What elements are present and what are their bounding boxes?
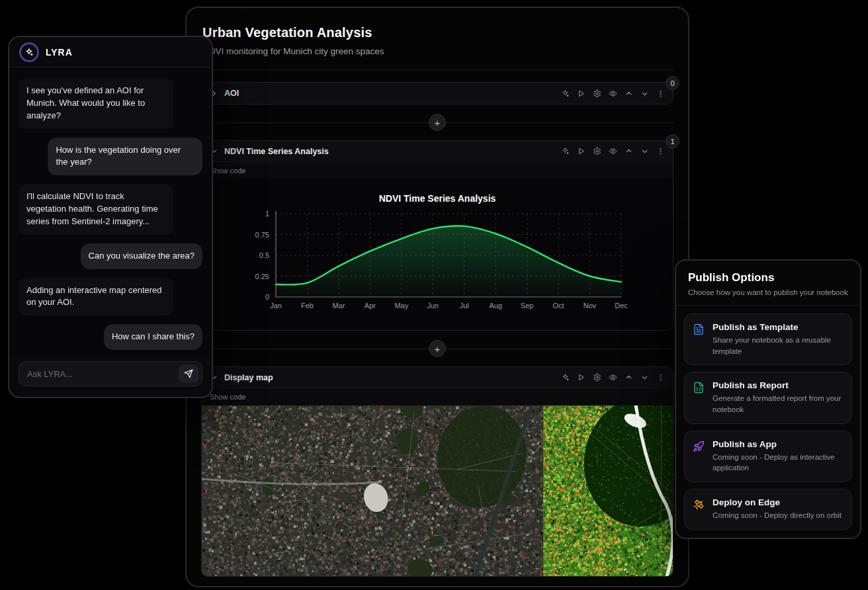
option-description: Coming soon - Deploy directly on orbit bbox=[713, 510, 842, 521]
chat-message-assistant: Adding an interactive map centered on yo… bbox=[19, 278, 173, 316]
deploy-on-edge-option[interactable]: Deploy on Edge Coming soon - Deploy dire… bbox=[684, 489, 852, 530]
svg-text:Sep: Sep bbox=[521, 302, 534, 310]
ndvi-chart-output: NDVI Time Series Analysis00.250.50.751Ja… bbox=[202, 179, 673, 330]
run-play-icon[interactable] bbox=[577, 147, 586, 155]
publish-header: Publish Options Choose how you want to p… bbox=[676, 261, 860, 306]
more-options-icon[interactable] bbox=[656, 89, 665, 98]
publish-title: Publish Options bbox=[688, 271, 848, 284]
option-label: Publish as Template bbox=[713, 322, 844, 332]
settings-gear-icon[interactable] bbox=[593, 147, 601, 155]
show-code-toggle[interactable]: Show code bbox=[202, 388, 673, 405]
option-description: Generate a formatted report from your no… bbox=[713, 393, 844, 415]
cell-title: NDVI Time Series Analysis bbox=[224, 147, 329, 156]
cell-aoi: 0 AOI bbox=[201, 82, 673, 105]
add-cell-divider: + bbox=[201, 112, 673, 132]
svg-text:NDVI Time Series Analysis: NDVI Time Series Analysis bbox=[379, 193, 496, 204]
cell-toolbar bbox=[561, 89, 665, 98]
settings-gear-icon[interactable] bbox=[593, 373, 601, 382]
map-output[interactable] bbox=[202, 405, 673, 576]
visibility-eye-icon[interactable] bbox=[609, 89, 617, 98]
cell-execution-badge: 0 bbox=[666, 76, 679, 90]
option-label: Publish as App bbox=[713, 439, 844, 449]
svg-text:Jun: Jun bbox=[427, 302, 439, 310]
add-cell-button[interactable]: + bbox=[429, 340, 446, 357]
chat-header: LYRA bbox=[9, 37, 212, 67]
sparkle-star-icon bbox=[24, 48, 34, 57]
cell-toolbar bbox=[561, 147, 665, 155]
page-subtitle: NDVI monitoring for Munich city green sp… bbox=[202, 46, 672, 56]
lyra-chat-panel: LYRA I see you've defined an AOI for Mun… bbox=[8, 36, 213, 398]
ndvi-line-chart: NDVI Time Series Analysis00.250.50.751Ja… bbox=[202, 179, 673, 330]
more-options-icon[interactable] bbox=[656, 373, 665, 382]
svg-text:Jul: Jul bbox=[460, 302, 469, 310]
cell-ndvi: 1 NDVI Time Series Analysis Show code bbox=[201, 140, 673, 331]
chat-message-assistant: I'll calculate NDVI to track vegetation … bbox=[19, 184, 173, 235]
svg-text:Apr: Apr bbox=[365, 302, 376, 310]
cell-aoi-header: AOI bbox=[202, 83, 673, 104]
move-up-icon[interactable] bbox=[625, 89, 633, 98]
svg-text:0.25: 0.25 bbox=[255, 273, 269, 280]
satellite-icon bbox=[693, 499, 705, 511]
visibility-eye-icon[interactable] bbox=[609, 373, 617, 382]
svg-text:Jan: Jan bbox=[270, 302, 282, 310]
svg-text:Feb: Feb bbox=[301, 302, 314, 310]
visibility-eye-icon[interactable] bbox=[609, 147, 617, 155]
move-down-icon[interactable] bbox=[640, 89, 649, 98]
notebook-window: Urban Vegetation Analysis NDVI monitorin… bbox=[185, 7, 689, 587]
cell-map-header: Display map bbox=[202, 367, 673, 388]
add-cell-divider: + bbox=[201, 339, 673, 358]
run-play-icon[interactable] bbox=[577, 89, 586, 98]
ndvi-layer-map[interactable] bbox=[543, 405, 673, 576]
cell-display-map: Display map Show code bbox=[201, 366, 673, 577]
chat-message-list: I see you've defined an AOI for Munich. … bbox=[9, 67, 212, 355]
assistant-name: LYRA bbox=[46, 47, 73, 58]
chat-input-row bbox=[9, 355, 212, 397]
cell-toolbar bbox=[561, 373, 665, 382]
publish-as-app-option[interactable]: Publish as App Coming soon - Deploy as i… bbox=[684, 431, 852, 482]
option-description: Coming soon - Deploy as interactive appl… bbox=[713, 452, 844, 474]
svg-text:0: 0 bbox=[265, 293, 269, 301]
svg-text:1: 1 bbox=[265, 210, 269, 218]
move-down-icon[interactable] bbox=[640, 147, 649, 155]
chat-input[interactable] bbox=[27, 369, 179, 379]
chat-message-user: How is the vegetation doing over the yea… bbox=[48, 138, 202, 176]
svg-text:Aug: Aug bbox=[489, 302, 502, 310]
lyra-logo bbox=[19, 42, 39, 62]
ai-sparkles-icon[interactable] bbox=[561, 373, 570, 382]
run-play-icon[interactable] bbox=[577, 373, 586, 382]
satellite-basemap[interactable] bbox=[202, 405, 543, 576]
svg-text:Dec: Dec bbox=[615, 302, 628, 310]
chat-message-user: How can I share this? bbox=[104, 324, 202, 350]
svg-text:Mar: Mar bbox=[332, 302, 345, 310]
more-options-icon[interactable] bbox=[656, 147, 665, 155]
add-cell-button[interactable]: + bbox=[429, 114, 446, 131]
svg-text:0.5: 0.5 bbox=[259, 251, 269, 259]
publish-options-panel: Publish Options Choose how you want to p… bbox=[675, 259, 861, 539]
app-background: Urban Vegetation Analysis NDVI monitorin… bbox=[0, 0, 868, 590]
svg-text:0.75: 0.75 bbox=[255, 231, 269, 239]
publish-as-template-option[interactable]: Publish as Template Share your notebook … bbox=[684, 314, 852, 365]
file-report-icon bbox=[693, 382, 705, 394]
svg-text:Oct: Oct bbox=[553, 302, 564, 310]
show-code-toggle[interactable]: Show code bbox=[202, 162, 673, 179]
publish-as-report-option[interactable]: Publish as Report Generate a formatted r… bbox=[684, 372, 852, 423]
cell-execution-badge: 1 bbox=[666, 134, 679, 148]
notebook-header: Urban Vegetation Analysis NDVI monitorin… bbox=[201, 8, 673, 70]
move-up-icon[interactable] bbox=[625, 147, 633, 155]
chat-message-user: Can you visualize the area? bbox=[81, 243, 202, 269]
option-label: Deploy on Edge bbox=[713, 497, 842, 507]
publish-subtitle: Choose how you want to publish your note… bbox=[688, 288, 848, 296]
svg-text:May: May bbox=[394, 302, 408, 310]
ai-sparkles-icon[interactable] bbox=[561, 89, 570, 98]
settings-gear-icon[interactable] bbox=[593, 89, 601, 98]
send-paper-plane-icon bbox=[184, 369, 193, 378]
svg-text:Nov: Nov bbox=[584, 302, 597, 310]
ai-sparkles-icon[interactable] bbox=[561, 147, 570, 155]
cell-title: Display map bbox=[224, 373, 273, 382]
file-text-icon bbox=[693, 323, 705, 335]
cell-ndvi-header: NDVI Time Series Analysis bbox=[202, 141, 673, 162]
move-up-icon[interactable] bbox=[625, 373, 633, 382]
send-button[interactable] bbox=[179, 364, 198, 383]
cell-title: AOI bbox=[224, 89, 239, 98]
move-down-icon[interactable] bbox=[640, 373, 649, 382]
